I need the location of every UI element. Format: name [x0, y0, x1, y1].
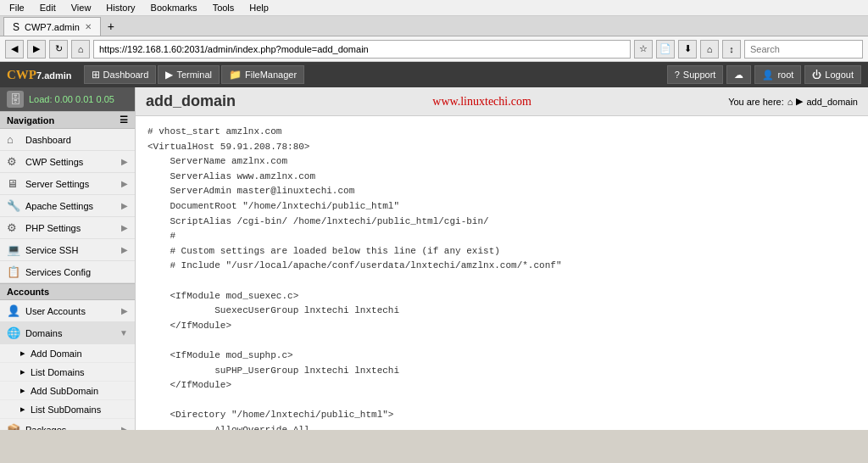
cwp-arrow-icon: ▶ [121, 157, 128, 166]
apache-settings-icon: 🔧 [7, 199, 20, 212]
menu-file[interactable]: File [7, 2, 27, 14]
sidebar-user-accounts-label: User Accounts [25, 306, 116, 316]
sidebar-add-subdomain-label: Add SubDomain [31, 386, 98, 396]
logo-suffix: 7.admin [36, 70, 72, 81]
navigation-icon: ☰ [120, 114, 128, 126]
packages-arrow-icon: ▶ [121, 425, 128, 430]
dashboard-label: Dashboard [103, 70, 149, 80]
packages-icon: 📦 [7, 423, 20, 430]
breadcrumb-prefix: You are here: [728, 97, 784, 107]
address-input[interactable] [93, 40, 631, 59]
home2-button[interactable]: ⌂ [700, 40, 719, 59]
apache-arrow-icon: ▶ [121, 201, 128, 210]
user-label: root [777, 70, 793, 80]
menu-history[interactable]: History [103, 2, 137, 14]
user-icon: 👤 [762, 70, 774, 81]
sync-button[interactable]: ↕ [722, 40, 741, 59]
sidebar-item-services-config[interactable]: 📋 Services Config [0, 261, 135, 283]
db-icon: 🗄 [7, 91, 24, 108]
support-btn[interactable]: ? Support [667, 65, 724, 84]
sidebar-services-label: Services Config [25, 267, 128, 277]
filemanager-label: FileManager [245, 70, 297, 80]
cwp-settings-icon: ⚙ [7, 155, 20, 168]
breadcrumb: You are here: ⌂ ▶ add_domain [728, 96, 858, 107]
sidebar-php-label: PHP Settings [25, 223, 116, 233]
active-tab[interactable]: S CWP7.admin ✕ [3, 17, 101, 36]
menu-view[interactable]: View [69, 2, 94, 14]
menu-help[interactable]: Help [247, 2, 271, 14]
forward-button[interactable]: ▶ [27, 40, 46, 59]
filemanager-btn[interactable]: 📁 FileManager [221, 65, 304, 84]
tab-icon: S [13, 21, 19, 33]
add-domain-bullet: ▸ [20, 348, 25, 359]
sidebar-dashboard-label: Dashboard [25, 135, 128, 145]
dashboard-btn[interactable]: ⊞ Dashboard [84, 65, 157, 84]
list-subdomains-bullet: ▸ [20, 404, 25, 415]
new-tab-button[interactable]: + [101, 17, 121, 36]
navigation-section-header: Navigation ☰ [0, 111, 135, 129]
search-input[interactable] [744, 40, 863, 59]
logout-btn[interactable]: ⏻ Logout [804, 65, 861, 84]
sidebar-item-service-ssh[interactable]: 💻 Service SSH ▶ [0, 239, 135, 261]
app-logo: CWP7.admin [7, 67, 72, 82]
sidebar-cwp-label: CWP Settings [25, 157, 116, 167]
sidebar-item-cwp-settings[interactable]: ⚙ CWP Settings ▶ [0, 151, 135, 173]
domains-arrow-icon: ▼ [120, 328, 128, 337]
add-subdomain-bullet: ▸ [20, 385, 25, 396]
page-title: add_domain [146, 92, 236, 110]
sidebar-item-server-settings[interactable]: 🖥 Server Settings ▶ [0, 173, 135, 195]
sidebar-list-subdomains[interactable]: ▸ List SubDomains [0, 400, 135, 419]
service-ssh-icon: 💻 [7, 243, 20, 256]
breadcrumb-current: add_domain [806, 97, 858, 107]
tab-bar: S CWP7.admin ✕ + [0, 16, 868, 36]
user-btn[interactable]: 👤 root [754, 65, 801, 84]
download-button[interactable]: ⬇ [678, 40, 697, 59]
refresh-button[interactable]: ↻ [49, 40, 68, 59]
app-topnav: CWP7.admin ⊞ Dashboard ▶ Terminal 📁 File… [0, 62, 868, 87]
sidebar-item-domains[interactable]: 🌐 Domains ▼ [0, 322, 135, 344]
dashboard-nav-icon: ⌂ [7, 133, 20, 146]
server-settings-icon: 🖥 [7, 177, 20, 190]
sidebar-domains-label: Domains [25, 328, 114, 338]
cloud-btn[interactable]: ☁ [726, 65, 751, 84]
sidebar-list-domains-label: List Domains [31, 367, 85, 377]
vhost-code: # vhost_start amzlnx.com <VirtualHost 59… [147, 125, 856, 430]
sidebar-list-domains[interactable]: ▸ List Domains [0, 363, 135, 382]
sidebar-item-apache-settings[interactable]: 🔧 Apache Settings ▶ [0, 195, 135, 217]
menu-edit[interactable]: Edit [37, 2, 58, 14]
list-domains-bullet: ▸ [20, 366, 25, 377]
php-arrow-icon: ▶ [121, 223, 128, 232]
sidebar-list-subdomains-label: List SubDomains [31, 404, 101, 415]
sidebar-server-label: Server Settings [25, 179, 116, 189]
home-button[interactable]: ⌂ [71, 40, 90, 59]
sidebar-packages-label: Packages [25, 425, 116, 431]
logout-icon: ⏻ [812, 70, 821, 80]
address-bar: ◀ ▶ ↻ ⌂ ☆ 📄 ⬇ ⌂ ↕ [0, 36, 868, 62]
sidebar-item-user-accounts[interactable]: 👤 User Accounts ▶ [0, 300, 135, 322]
bookmark-button[interactable]: ☆ [634, 40, 653, 59]
menu-tools[interactable]: Tools [210, 2, 237, 14]
close-tab-icon[interactable]: ✕ [85, 22, 92, 31]
terminal-btn[interactable]: ▶ Terminal [158, 65, 220, 84]
support-label: Support [683, 70, 716, 80]
menu-bookmarks[interactable]: Bookmarks [148, 2, 200, 14]
terminal-icon: ▶ [165, 69, 173, 81]
home-icon: ⌂ [787, 97, 793, 107]
sidebar-add-domain[interactable]: ▸ Add Domain [0, 344, 135, 363]
main-layout: 🗄 Load: 0.00 0.01 0.05 Navigation ☰ ⌂ Da… [0, 87, 868, 430]
reader-button[interactable]: 📄 [656, 40, 675, 59]
app-container: CWP7.admin ⊞ Dashboard ▶ Terminal 📁 File… [0, 62, 868, 430]
sidebar-item-php-settings[interactable]: ⚙ PHP Settings ▶ [0, 217, 135, 239]
user-accounts-icon: 👤 [7, 304, 20, 317]
load-text: Load: 0.00 0.01 0.05 [29, 94, 114, 104]
terminal-label: Terminal [176, 70, 212, 80]
nav-right: ? Support ☁ 👤 root ⏻ Logout [667, 65, 861, 84]
back-button[interactable]: ◀ [5, 40, 24, 59]
domains-icon: 🌐 [7, 326, 20, 339]
server-arrow-icon: ▶ [121, 179, 128, 188]
sidebar-item-dashboard[interactable]: ⌂ Dashboard [0, 129, 135, 151]
sidebar-item-packages[interactable]: 📦 Packages ▶ [0, 419, 135, 430]
content-header: add_domain www.linuxtechi.com You are he… [136, 87, 868, 116]
sidebar-add-subdomain[interactable]: ▸ Add SubDomain [0, 382, 135, 400]
content-area: add_domain www.linuxtechi.com You are he… [136, 87, 868, 430]
